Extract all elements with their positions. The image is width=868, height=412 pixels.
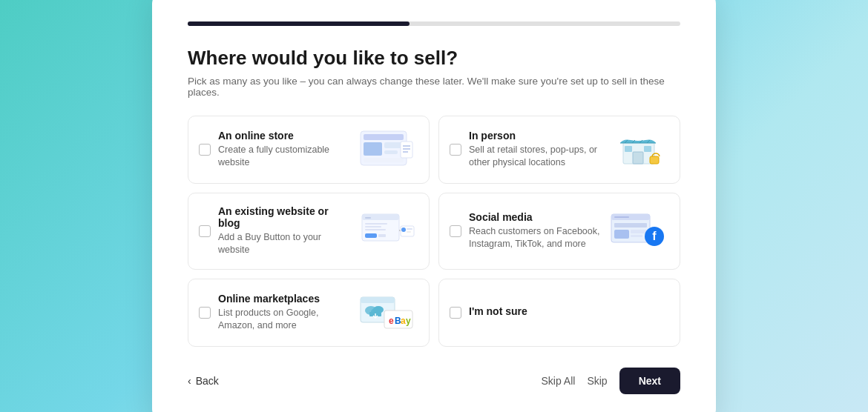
modal-container: Where would you like to sell? Pick as ma…	[152, 0, 716, 412]
option-in-person-title: In person	[469, 130, 601, 142]
option-in-person-illustration	[608, 128, 668, 171]
svg-rect-42	[361, 297, 395, 303]
svg-rect-37	[631, 230, 647, 233]
footer: ‹ Back Skip All Skip Next	[188, 368, 680, 394]
option-online-marketplaces[interactable]: Online marketplaces List products on Goo…	[188, 279, 430, 347]
skip-all-button[interactable]: Skip All	[541, 375, 575, 387]
option-online-store[interactable]: An online store Create a fully customiza…	[188, 116, 430, 184]
option-online-store-title: An online store	[218, 130, 350, 142]
option-existing-website-illustration	[358, 210, 417, 253]
svg-rect-4	[384, 150, 398, 154]
option-existing-website[interactable]: An existing website or blog Add a Buy Bu…	[188, 193, 430, 270]
option-social-media-title: Social media	[469, 211, 601, 223]
svg-rect-25	[365, 233, 377, 238]
option-not-sure-title: I'm not sure	[469, 305, 668, 317]
svg-rect-17	[644, 146, 651, 152]
options-grid: An online store Create a fully customiza…	[188, 116, 680, 347]
svg-point-29	[401, 227, 406, 232]
svg-rect-21	[365, 217, 371, 219]
checkbox-online-marketplaces[interactable]	[199, 307, 211, 319]
svg-rect-26	[378, 234, 386, 237]
option-not-sure[interactable]: I'm not sure	[438, 279, 680, 347]
skip-button[interactable]: Skip	[587, 375, 607, 387]
svg-rect-16	[625, 146, 632, 152]
svg-rect-22	[365, 223, 387, 225]
option-social-media-desc: Reach customers on Facebook, Instagram, …	[469, 225, 601, 251]
svg-text:e: e	[389, 316, 394, 326]
svg-text:f: f	[652, 230, 657, 242]
checkbox-online-store[interactable]	[199, 144, 211, 156]
svg-rect-1	[364, 134, 404, 140]
option-online-store-desc: Create a fully customizable website	[218, 144, 350, 170]
svg-rect-35	[614, 223, 647, 227]
back-label: Back	[196, 375, 219, 387]
back-chevron-icon: ‹	[188, 375, 191, 387]
option-online-store-illustration	[358, 128, 417, 171]
option-online-marketplaces-illustration: e B a y	[358, 291, 417, 334]
checkbox-not-sure[interactable]	[450, 307, 461, 319]
svg-text:y: y	[406, 316, 411, 326]
svg-rect-23	[365, 226, 381, 227]
svg-rect-18	[650, 156, 659, 164]
option-existing-website-title: An existing website or blog	[218, 205, 350, 229]
page-subtitle: Pick as many as you like – you can alway…	[188, 76, 680, 98]
option-online-marketplaces-desc: List products on Google, Amazon, and mor…	[218, 307, 350, 333]
option-in-person[interactable]: In person Sell at retail stores, pop-ups…	[438, 116, 680, 184]
svg-rect-2	[364, 142, 382, 156]
progress-bar-fill	[188, 21, 410, 26]
checkbox-existing-website[interactable]	[199, 225, 211, 237]
option-social-media[interactable]: Social media Reach customers on Facebook…	[438, 193, 680, 270]
svg-rect-15	[633, 152, 643, 164]
svg-rect-5	[364, 158, 404, 162]
option-existing-website-desc: Add a Buy Button to your website	[218, 231, 350, 257]
back-button[interactable]: ‹ Back	[188, 375, 219, 387]
checkbox-social-media[interactable]	[450, 225, 461, 237]
progress-bar-container	[188, 21, 680, 26]
checkbox-in-person[interactable]	[450, 144, 461, 156]
footer-right: Skip All Skip Next	[541, 368, 680, 394]
option-in-person-desc: Sell at retail stores, pop-ups, or other…	[469, 144, 601, 170]
svg-text:a: a	[401, 316, 406, 326]
svg-rect-38	[631, 235, 642, 237]
option-online-marketplaces-title: Online marketplaces	[218, 293, 350, 305]
option-social-media-illustration: f	[608, 210, 668, 253]
page-title: Where would you like to sell?	[188, 47, 680, 70]
svg-rect-31	[407, 231, 411, 233]
svg-rect-36	[614, 230, 629, 239]
svg-rect-34	[614, 216, 629, 218]
next-button[interactable]: Next	[619, 368, 680, 394]
svg-rect-6	[401, 142, 412, 158]
svg-rect-24	[365, 229, 386, 230]
svg-rect-30	[407, 228, 412, 230]
